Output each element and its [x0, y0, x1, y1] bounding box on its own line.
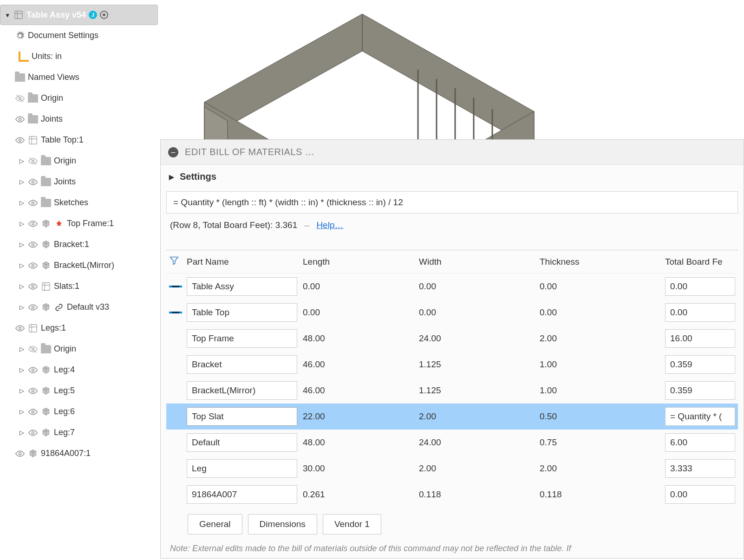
cell-partname[interactable]: Table Top: [187, 303, 297, 322]
cell-thickness[interactable]: 0.118: [537, 486, 662, 503]
col-tbf[interactable]: Total Board Fe: [662, 252, 738, 272]
bom-titlebar[interactable]: – EDIT BILL OF MATERIALS …: [161, 140, 744, 165]
eye-icon[interactable]: [28, 281, 38, 292]
eye-icon[interactable]: [28, 386, 38, 396]
cell-width[interactable]: 0.00: [416, 278, 537, 295]
cell-partname[interactable]: Bracket: [187, 355, 297, 374]
eye-icon[interactable]: [15, 449, 25, 459]
cell-length[interactable]: 30.00: [300, 460, 416, 477]
table-row[interactable]: Top Frame 48.00 24.00 2.00 16.00: [166, 326, 738, 352]
col-width[interactable]: Width: [416, 252, 537, 272]
tree-item[interactable]: Origin: [0, 88, 158, 109]
cell-length[interactable]: 0.261: [300, 486, 416, 503]
cell-tbf[interactable]: 0.00: [665, 303, 735, 322]
cell-thickness[interactable]: 2.00: [537, 460, 662, 477]
chevron-right-icon[interactable]: ▷: [19, 366, 25, 373]
cell-length[interactable]: 48.00: [300, 434, 416, 451]
cell-partname[interactable]: Default: [187, 433, 297, 452]
tab-dimensions[interactable]: Dimensions: [248, 514, 317, 534]
cell-length[interactable]: 0.00: [300, 304, 416, 321]
eye-icon[interactable]: [28, 302, 38, 313]
tree-item[interactable]: ▷ Top Frame:1: [0, 213, 158, 234]
tree-item[interactable]: ▷ Joints: [0, 171, 158, 192]
browser-root[interactable]: ▾ Table Assy v54 J: [0, 5, 158, 25]
tree-item[interactable]: ▷ Slats:1: [0, 276, 158, 297]
eye-icon[interactable]: [15, 323, 25, 333]
eye-icon[interactable]: [28, 240, 38, 250]
tree-item[interactable]: ▷ Origin: [0, 339, 158, 359]
table-row[interactable]: Bracket 46.00 1.125 1.00 0.359: [166, 352, 738, 378]
named-views[interactable]: Named Views: [0, 67, 158, 88]
table-row[interactable]: Leg 30.00 2.00 2.00 3.333: [166, 456, 738, 482]
eye-icon[interactable]: [28, 365, 38, 375]
document-settings[interactable]: Document Settings: [0, 25, 158, 46]
chevron-right-icon[interactable]: ▷: [19, 345, 25, 352]
chevron-right-icon[interactable]: ▷: [19, 387, 25, 394]
table-row[interactable]: Table Assy 0.00 0.00 0.00 0.00: [166, 273, 738, 300]
chevron-right-icon[interactable]: ▷: [19, 429, 25, 436]
cell-length[interactable]: 46.00: [300, 356, 416, 373]
bom-settings-toggle[interactable]: ▶ Settings: [161, 165, 744, 189]
eye-icon[interactable]: [28, 219, 38, 229]
cell-partname[interactable]: Top Slat: [187, 407, 297, 426]
cell-thickness[interactable]: 0.50: [537, 408, 662, 425]
close-icon[interactable]: –: [168, 147, 178, 157]
tree-item[interactable]: Joints: [0, 109, 158, 130]
col-length[interactable]: Length: [300, 252, 416, 272]
cell-tbf[interactable]: 3.333: [665, 459, 735, 478]
chevron-right-icon[interactable]: ▷: [19, 304, 25, 311]
chevron-right-icon[interactable]: ▷: [19, 408, 25, 415]
cell-thickness[interactable]: 1.00: [537, 356, 662, 373]
tree-item[interactable]: ▷ BracketL(Mirror): [0, 255, 158, 276]
filter-header[interactable]: [166, 251, 184, 273]
last-item[interactable]: 91864A007:1: [0, 443, 158, 464]
tree-item[interactable]: ▷ Leg:6: [0, 401, 158, 422]
chevron-right-icon[interactable]: ▷: [19, 220, 25, 227]
cell-partname[interactable]: 91864A007: [187, 485, 297, 504]
eye-icon[interactable]: [28, 407, 38, 417]
cell-thickness[interactable]: 1.00: [537, 382, 662, 399]
table-row[interactable]: Table Top 0.00 0.00 0.00 0.00: [166, 300, 738, 326]
cell-width[interactable]: 24.00: [416, 434, 537, 451]
funnel-icon[interactable]: [169, 258, 179, 267]
cell-thickness[interactable]: 0.00: [537, 304, 662, 321]
tree-item[interactable]: ▷ Sketches: [0, 192, 158, 213]
activate-radio-icon[interactable]: [100, 11, 108, 19]
tree-item[interactable]: ▷ Leg:7: [0, 422, 158, 443]
tab-general[interactable]: General: [188, 514, 242, 534]
help-link[interactable]: Help…: [316, 220, 343, 230]
eye-off-icon[interactable]: [28, 156, 38, 166]
chevron-right-icon[interactable]: ▷: [19, 283, 25, 290]
formula-input[interactable]: = Quantity * (length :: ft) * (width :: …: [166, 191, 738, 214]
tab-vendor1[interactable]: Vendor 1: [323, 514, 381, 534]
eye-icon[interactable]: [28, 198, 38, 208]
cell-tbf[interactable]: 16.00: [665, 329, 735, 348]
chevron-right-icon[interactable]: ▷: [19, 262, 25, 269]
cell-length[interactable]: 22.00: [300, 408, 416, 425]
cell-width[interactable]: 0.118: [416, 486, 537, 503]
col-partname[interactable]: Part Name: [184, 252, 300, 272]
eye-icon[interactable]: [15, 114, 25, 124]
cell-length[interactable]: 46.00: [300, 382, 416, 399]
table-row[interactable]: 91864A007 0.261 0.118 0.118 0.00: [166, 482, 738, 508]
browser-tree[interactable]: ▾ Table Assy v54 J Document Settings Uni…: [0, 5, 158, 464]
tree-item[interactable]: ▷ Default v33: [0, 297, 158, 318]
cell-width[interactable]: 1.125: [416, 356, 537, 373]
tree-item[interactable]: Table Top:1: [0, 130, 158, 150]
table-row[interactable]: BracketL(Mirror) 46.00 1.125 1.00 0.359: [166, 378, 738, 404]
cell-partname[interactable]: Top Frame: [187, 329, 297, 348]
eye-icon[interactable]: [28, 177, 38, 187]
cell-tbf[interactable]: 0.00: [665, 277, 735, 296]
table-row[interactable]: Top Slat 22.00 2.00 0.50 = Quantity * (: [166, 404, 738, 430]
chevron-right-icon[interactable]: ▷: [19, 178, 25, 185]
tree-item[interactable]: ▷ Leg:4: [0, 359, 158, 380]
cell-tbf[interactable]: 0.359: [665, 381, 735, 400]
eye-icon[interactable]: [15, 135, 25, 145]
cell-length[interactable]: 48.00: [300, 330, 416, 347]
chevron-right-icon[interactable]: ▷: [19, 199, 25, 206]
cell-tbf[interactable]: 0.359: [665, 355, 735, 374]
cell-thickness[interactable]: 2.00: [537, 330, 662, 347]
cell-partname[interactable]: Table Assy: [187, 277, 297, 296]
cell-partname[interactable]: BracketL(Mirror): [187, 381, 297, 400]
table-row[interactable]: Default 48.00 24.00 0.75 6.00: [166, 430, 738, 456]
